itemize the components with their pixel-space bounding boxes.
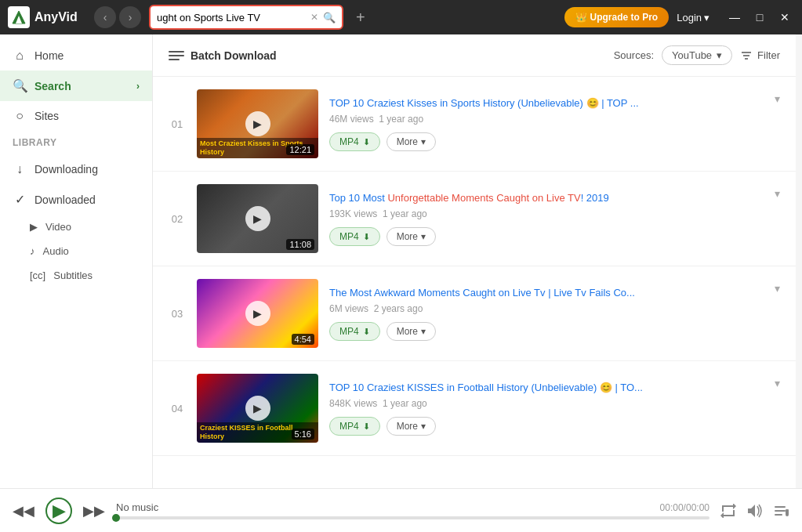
result-meta: 6M views 2 years ago <box>329 303 764 314</box>
result-dropdown-icon[interactable]: ▾ <box>775 377 780 389</box>
table-row: 02 ▶ 11:08 Top 10 Most Unforgettable Mom… <box>153 172 796 266</box>
views-text: 193K views <box>329 208 377 219</box>
prev-track-button[interactable]: ◀◀ <box>13 502 34 519</box>
time-ago-text: 1 year ago <box>383 208 427 219</box>
sidebar-item-search[interactable]: 🔍 Search › <box>0 71 152 101</box>
nav-buttons: ‹ › <box>94 6 141 28</box>
sidebar-downloaded-label: Downloaded <box>34 194 96 206</box>
library-section-label: Library <box>13 137 140 148</box>
player-track: No music 00:00/00:00 <box>116 501 709 519</box>
result-actions: MP4 ⬇ More ▾ <box>329 417 764 436</box>
result-meta: 193K views 1 year ago <box>329 208 764 219</box>
title-suffix: ! 2019 <box>581 192 609 204</box>
download-arrow-icon: ⬇ <box>363 137 370 147</box>
search-input[interactable] <box>157 12 306 24</box>
title-text: The Most Awkward Moments Caught on Live … <box>329 287 635 299</box>
playlist-icon <box>774 504 789 518</box>
table-row: 04 ▶ Craziest KISSES in Football History… <box>153 361 796 456</box>
more-button[interactable]: More ▾ <box>386 132 436 151</box>
mp4-label: MP4 <box>339 231 359 242</box>
search-arrow-icon: › <box>136 81 140 92</box>
progress-dot <box>112 514 120 522</box>
sidebar-item-subtitles[interactable]: [cc] Subtitles <box>0 263 152 288</box>
close-button[interactable]: ✕ <box>775 8 794 27</box>
repeat-icon <box>720 504 736 518</box>
result-dropdown-icon[interactable]: ▾ <box>775 187 780 200</box>
result-meta: 848K views 1 year ago <box>329 398 764 409</box>
next-track-button[interactable]: ▶▶ <box>83 502 105 519</box>
app-name: AnyVid <box>34 10 78 24</box>
progress-bar[interactable] <box>116 516 709 519</box>
result-dropdown-icon[interactable]: ▾ <box>775 92 780 105</box>
result-title[interactable]: TOP 10 Craziest KISSES in Football Histo… <box>329 381 764 395</box>
source-chevron-icon: ▾ <box>717 49 722 61</box>
back-button[interactable]: ‹ <box>94 6 116 28</box>
result-title[interactable]: The Most Awkward Moments Caught on Live … <box>329 286 764 300</box>
forward-button[interactable]: › <box>119 6 141 28</box>
result-number: 04 <box>169 403 186 414</box>
sidebar-audio-label: Audio <box>43 245 69 257</box>
sources-label: Sources: <box>614 49 654 61</box>
sources-area: Sources: YouTube ▾ Filter <box>614 45 780 65</box>
title-text: TOP 10 Craziest KISSES in Football Histo… <box>329 382 643 393</box>
svg-rect-5 <box>169 59 180 60</box>
sidebar-item-downloading[interactable]: ↓ Downloading <box>0 154 152 184</box>
download-arrow-icon: ⬇ <box>363 422 370 432</box>
duration-badge: 5:16 <box>292 429 314 440</box>
result-number: 01 <box>169 118 186 130</box>
maximize-button[interactable]: □ <box>750 8 769 27</box>
app-logo: AnyVid <box>8 6 86 28</box>
sidebar-home-label: Home <box>34 49 64 62</box>
mp4-button[interactable]: MP4 ⬇ <box>329 132 380 151</box>
add-tab-button[interactable]: + <box>351 9 370 27</box>
login-button[interactable]: Login ▾ <box>677 12 709 24</box>
sidebar-video-label: Video <box>45 221 71 233</box>
result-dropdown-icon[interactable]: ▾ <box>775 282 780 295</box>
title-text: TOP 10 Craziest Kisses in Sports History… <box>329 97 639 109</box>
result-info: TOP 10 Craziest KISSES in Football Histo… <box>329 381 764 436</box>
playlist-button[interactable] <box>774 504 789 518</box>
sidebar-item-downloaded[interactable]: ✓ Downloaded <box>0 184 152 215</box>
upgrade-button[interactable]: 👑 Upgrade to Pro <box>564 7 670 27</box>
download-icon: ↓ <box>13 162 27 176</box>
window-controls: — □ ✕ <box>725 8 794 27</box>
sidebar-item-home[interactable]: ⌂ Home <box>0 41 152 71</box>
mp4-button[interactable]: MP4 ⬇ <box>329 322 380 341</box>
play-icon: ▶ <box>245 396 270 421</box>
sidebar-item-video[interactable]: ▶ Video <box>0 215 152 239</box>
play-pause-button[interactable]: ▶ <box>45 498 72 524</box>
filter-button[interactable]: Filter <box>740 49 780 61</box>
scrollbar[interactable] <box>796 34 802 488</box>
more-button[interactable]: More ▾ <box>386 322 436 341</box>
table-row: 03 ▶ 4:54 The Most Awkward Moments Caugh… <box>153 266 796 361</box>
sidebar: ⌂ Home 🔍 Search › ○ Sites Library ↓ Down… <box>0 34 153 488</box>
thumbnail[interactable]: ▶ Craziest KISSES in Football History 5:… <box>197 374 318 443</box>
search-clear-icon[interactable]: ✕ <box>310 12 318 23</box>
minimize-button[interactable]: — <box>725 8 744 27</box>
mp4-button[interactable]: MP4 ⬇ <box>329 417 380 436</box>
sidebar-item-sites[interactable]: ○ Sites <box>0 101 152 131</box>
main-layout: ⌂ Home 🔍 Search › ○ Sites Library ↓ Down… <box>0 34 802 488</box>
sidebar-item-audio[interactable]: ♪ Audio <box>0 239 152 263</box>
views-text: 848K views <box>329 398 377 409</box>
sites-icon: ○ <box>13 109 27 123</box>
result-title[interactable]: Top 10 Most Unforgettable Moments Caught… <box>329 191 764 205</box>
source-select[interactable]: YouTube ▾ <box>662 45 732 65</box>
crown-icon: 👑 <box>575 12 587 23</box>
thumbnail[interactable]: ▶ 4:54 <box>197 279 318 348</box>
check-icon: ✓ <box>13 192 27 207</box>
mp4-button[interactable]: MP4 ⬇ <box>329 227 380 246</box>
more-label: More <box>397 136 418 147</box>
logo-icon <box>8 6 30 28</box>
volume-button[interactable] <box>747 504 763 518</box>
table-row: 01 ▶ Most Craziest Kisses in Sports Hist… <box>153 77 796 172</box>
login-label: Login <box>677 12 702 24</box>
repeat-button[interactable] <box>720 504 736 518</box>
more-button[interactable]: More ▾ <box>386 227 436 246</box>
more-button[interactable]: More ▾ <box>386 417 436 436</box>
sidebar-sites-label: Sites <box>34 110 59 122</box>
titlebar: AnyVid ‹ › ✕ 🔍 + 👑 Upgrade to Pro Login … <box>0 0 802 34</box>
thumbnail[interactable]: ▶ Most Craziest Kisses in Sports History… <box>197 89 318 158</box>
thumbnail[interactable]: ▶ 11:08 <box>197 184 318 253</box>
result-title[interactable]: TOP 10 Craziest Kisses in Sports History… <box>329 96 764 110</box>
